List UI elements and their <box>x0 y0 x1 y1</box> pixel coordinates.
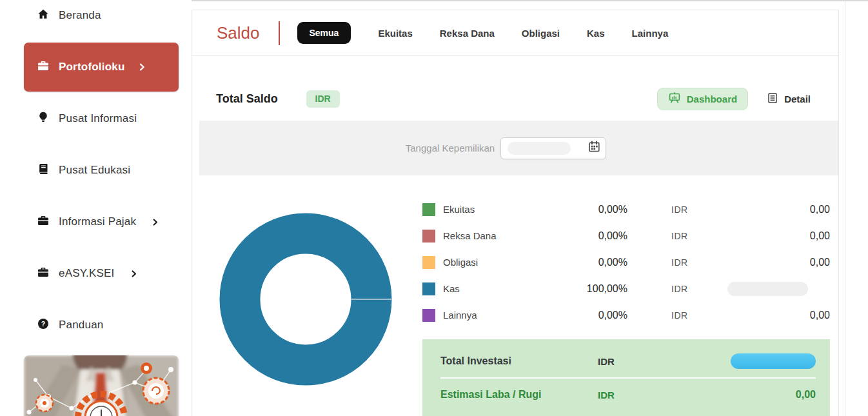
sidebar-item-portofolioku[interactable]: Portofolioku <box>24 43 179 92</box>
estimasi-laba-rugi-row: Estimasi Laba / Rugi IDR 0,00 <box>440 379 816 411</box>
book-icon <box>37 163 50 178</box>
legend-swatch <box>422 230 435 243</box>
sidebar-item-label: Informasi Pajak <box>59 215 136 228</box>
presentation-chart-icon <box>668 92 681 106</box>
redacted-total-investasi-value <box>731 353 816 369</box>
sidebar-item-label: Pusat Informasi <box>59 112 137 125</box>
page: { "colors": { "accent_red": "#c04d42", "… <box>0 0 868 416</box>
total-saldo-title: Total Saldo <box>216 92 278 106</box>
legend-row-reksa-dana: Reksa Dana 0,00% IDR 0,00 <box>422 223 830 249</box>
total-investasi-row: Total Investasi IDR <box>440 345 816 379</box>
briefcase-icon <box>37 214 50 230</box>
dashboard-button-label: Dashboard <box>687 94 737 104</box>
saldo-header: Saldo Semua Ekuitas Reksa Dana Obligasi … <box>192 10 838 56</box>
saldo-panel: Saldo Semua Ekuitas Reksa Dana Obligasi … <box>192 10 839 416</box>
allocation-chart-section: Ekuitas 0,00% IDR 0,00 Reksa Dana 0,00% … <box>192 175 838 416</box>
legend-row-ekuitas: Ekuitas 0,00% IDR 0,00 <box>422 196 830 223</box>
legend-swatch <box>422 256 435 269</box>
tab-reksa-dana[interactable]: Reksa Dana <box>440 28 495 39</box>
legend-row-kas: Kas 100,00% IDR <box>422 275 830 302</box>
briefcase-icon <box>37 59 50 75</box>
list-lines-icon <box>766 92 779 106</box>
detail-button[interactable]: Detail <box>766 92 811 106</box>
sidebar-item-label: Panduan <box>59 319 103 332</box>
tab-kas[interactable]: Kas <box>587 28 605 39</box>
dashboard-button[interactable]: Dashboard <box>657 88 748 110</box>
sidebar-item-easy-ksei[interactable]: eASY.KSEI <box>0 258 192 289</box>
redacted-kas-value <box>727 282 808 296</box>
chevron-right-icon <box>150 217 160 227</box>
chevron-right-icon <box>137 62 147 72</box>
sidebar: Beranda Portofolioku Pusat Informasi Pus… <box>0 0 192 416</box>
total-saldo-toolbar: Total Saldo IDR Dashboard <box>192 56 838 121</box>
sidebar-item-label: Portofolioku <box>59 61 125 74</box>
redacted-date-value <box>508 142 571 155</box>
svg-text:?: ? <box>41 321 45 328</box>
donut-chart <box>219 213 392 386</box>
date-input[interactable] <box>500 137 606 159</box>
sidebar-item-label: Pusat Edukasi <box>59 164 130 177</box>
tab-obligasi[interactable]: Obligasi <box>522 28 560 39</box>
legend-row-obligasi: Obligasi 0,00% IDR 0,00 <box>422 249 830 275</box>
briefcase-icon <box>37 266 50 281</box>
sidebar-item-informasi-pajak[interactable]: Informasi Pajak <box>0 206 192 237</box>
legend-row-lainnya: Lainnya 0,00% IDR 0,00 <box>422 302 830 328</box>
sidebar-item-pusat-edukasi[interactable]: Pusat Edukasi <box>0 155 192 186</box>
tab-ekuitas[interactable]: Ekuitas <box>378 28 412 39</box>
lightbulb-icon <box>37 111 50 126</box>
investment-summary-panel: Total Investasi IDR Estimasi Laba / Rugi… <box>422 339 830 416</box>
legend-swatch <box>422 203 435 216</box>
home-icon <box>37 8 50 23</box>
tab-semua[interactable]: Semua <box>297 22 351 44</box>
title-divider <box>279 21 280 45</box>
detail-button-label: Detail <box>784 94 811 104</box>
content-right-edge-line <box>845 1 845 416</box>
saldo-tabs: Semua Ekuitas Reksa Dana Obligasi Kas La… <box>297 22 669 44</box>
currency-badge: IDR <box>306 90 340 108</box>
filter-strip: Tanggal Kepemilikan <box>199 121 838 175</box>
sidebar-item-beranda[interactable]: Beranda <box>0 0 192 31</box>
calendar-icon[interactable] <box>587 140 601 156</box>
legend-swatch <box>422 282 435 295</box>
date-filter-label: Tanggal Kepemilikan <box>406 143 495 154</box>
tab-lainnya[interactable]: Lainnya <box>632 28 669 39</box>
chevron-right-icon <box>129 269 139 279</box>
sidebar-item-label: Beranda <box>59 9 101 22</box>
page-title: Saldo <box>217 23 260 43</box>
sidebar-item-label: eASY.KSEI <box>59 267 115 280</box>
promo-banner-image[interactable] <box>24 355 179 416</box>
sidebar-item-pusat-informasi[interactable]: Pusat Informasi <box>0 103 192 134</box>
question-icon: ? <box>37 317 50 333</box>
legend-swatch <box>422 309 435 322</box>
sidebar-item-panduan[interactable]: ? Panduan <box>0 310 192 341</box>
